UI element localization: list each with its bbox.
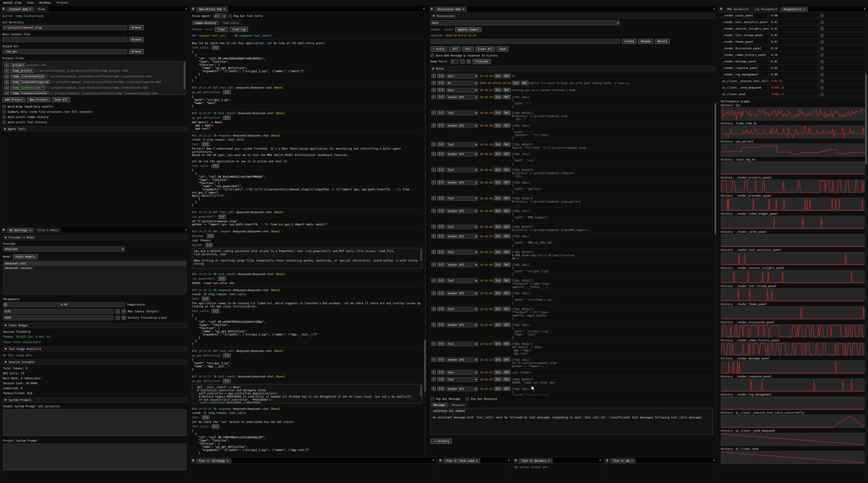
diagnostic-checkbox[interactable] [820,34,824,37]
session-insights-header[interactable]: Session Insights [2,360,187,364]
message-preview[interactable]: [TOOL RESULT] # MMA Observability & UX S… [512,250,711,260]
new-project-button[interactable]: New Project [27,97,50,102]
role-select[interactable]: Vendor API [446,152,478,156]
insert-button[interactable]: Ins [494,387,502,391]
delete-button[interactable]: Del [503,307,510,311]
panel-close-icon[interactable]: X [185,7,187,10]
message-preview[interactable]: [TOOL CALL] { "path": "MMA_UX_SPEC.md" } [512,234,711,248]
model-option-selected[interactable]: deepseek-chat [4,261,186,266]
graph-plot[interactable] [721,343,865,356]
message-preview[interactable]: cool thanks! [512,370,711,374]
temperature-slider[interactable]: 0.00 [3,302,125,307]
row-expand-button[interactable]: + [432,88,436,92]
role-select[interactable]: Vendor API [446,323,478,327]
message-preview[interactable]: [TOOL RESULT] Directory: C:\projects\man… [512,225,711,232]
max-tokens-input[interactable]: 8192 [3,309,114,314]
log-boxed-block[interactable]: You are a helpful coding assistant with … [192,248,423,269]
message-preview[interactable]: [TOOL CALL] { "path": ".", "pattern": "*… [512,123,711,140]
insert-button[interactable]: Ins [494,323,502,327]
panel-close-icon[interactable]: X [508,459,510,462]
tab-context-hub[interactable]: Context HubX [6,6,34,12]
expand-button[interactable]: [+] [223,116,231,120]
graph-plot[interactable] [721,379,865,392]
panel-close-icon[interactable]: X [433,459,434,462]
insert-button[interactable]: Ins [494,196,502,200]
message-preview[interactable]: Hello! I'm here to help you with your co… [530,81,711,85]
tool-usage-header[interactable]: Tool Usage Analytics [2,347,187,351]
message-editor[interactable]: [DEEPSEEK API ERROR] An assistant messag… [431,408,713,434]
tab-discussion-hub[interactable]: Discussion HubX [435,6,467,12]
delete-button[interactable]: Del [503,209,510,213]
expand-button[interactable]: [+] [223,90,231,94]
panel-close-icon[interactable]: X [713,459,715,462]
message-preview[interactable]: [TOOL RESULT] Directory: C:\projects\man… [512,168,711,178]
insert-button[interactable]: Ins [512,81,520,85]
insert-button[interactable]: Ins [494,142,502,147]
role-select[interactable]: Vendor API [446,209,478,213]
popout-tool-calls-checkbox[interactable] [228,14,232,18]
diagnostic-checkbox[interactable] [820,53,824,57]
delete-button[interactable]: Del [503,95,510,99]
system-prompts-header[interactable]: System Prompts [2,397,187,402]
subtab-comms-history[interactable]: Comms History [192,20,219,25]
delete-button[interactable]: Del [503,370,510,374]
menu-item-view[interactable]: View [27,1,33,4]
menu-item-windows[interactable]: Windows [39,1,51,4]
row-expand-button[interactable]: + [432,234,436,238]
role-select[interactable]: Tool [446,279,478,283]
insert-button[interactable]: Ins [494,291,502,295]
graph-plot[interactable] [721,252,865,265]
collapse-all-button[interactable]: -All [449,46,460,52]
row-popout-button[interactable]: [+] [437,291,445,295]
output-dir-browse-button[interactable]: Browse [129,49,144,54]
row-popout-button[interactable]: [+] [437,142,445,147]
expand-button[interactable]: [+] [212,46,219,50]
role-select[interactable]: Vendor API [446,263,478,267]
diagnostic-checkbox[interactable] [820,79,824,83]
role-select[interactable]: Tool [446,307,478,312]
ops-log-scrollbar[interactable] [424,340,426,392]
role-select[interactable]: Vendor API [446,387,478,391]
tab-close-icon[interactable]: X [462,8,464,11]
checkbox[interactable] [2,110,6,114]
tab-close-icon[interactable]: X [476,459,477,462]
output-dir-input[interactable]: ./md_gen [2,49,127,54]
diagnostic-checkbox[interactable] [820,86,824,90]
role-select[interactable]: Tool [446,168,478,172]
expand-button[interactable]: [+] [223,353,231,358]
row-expand-button[interactable]: + [432,111,436,115]
clear-all-button[interactable]: Clear All [475,46,495,52]
project-file-chip[interactable]: project [11,63,26,67]
expand-button[interactable]: [+] [205,243,213,247]
keep-pairs-input[interactable]: 2 [450,59,458,64]
panel-close-icon[interactable]: X [423,7,425,10]
diagnostic-checkbox[interactable] [820,93,824,96]
graph-plot[interactable] [721,288,865,301]
checkbox[interactable] [2,105,6,108]
discussion-select[interactable]: main [431,20,620,25]
tab-close-icon[interactable]: X [223,8,225,11]
remove-file-button[interactable]: x [4,69,9,73]
role-select[interactable]: Tool [446,111,478,115]
row-popout-button[interactable]: [+] [437,152,445,156]
diagnostic-checkbox[interactable] [820,14,824,18]
discussion-name-input[interactable] [431,39,620,44]
save-all-button[interactable]: Save All [52,97,70,102]
project-file-chip[interactable]: temp_liveexecutionsim [11,91,49,95]
subtab-tool-calls[interactable]: Tool Calls [220,20,242,25]
history-trunc-minus-button[interactable]: - [116,316,120,320]
remove-file-button[interactable]: x [4,86,9,90]
focus-agent-select[interactable]: All [213,13,226,19]
role-select[interactable]: Vendor API [446,358,478,362]
role-select[interactable]: Vendor API [446,95,478,99]
max-tokens-plus-button[interactable]: + [122,310,126,314]
insert-button[interactable]: Ins [494,250,502,254]
insert-button[interactable]: Ins [494,307,502,311]
insert-button[interactable]: Ins [494,358,502,362]
model-option[interactable]: deepseek-reasoner [4,266,186,270]
remove-file-button[interactable]: x [4,91,9,95]
window-menu-icon[interactable] [1,6,6,11]
graph-plot[interactable] [721,180,865,193]
row-popout-button[interactable]: [+] [437,358,445,362]
log-boxed-block[interactable]: def __init__(self) -> None: # Initialize… [192,384,423,404]
